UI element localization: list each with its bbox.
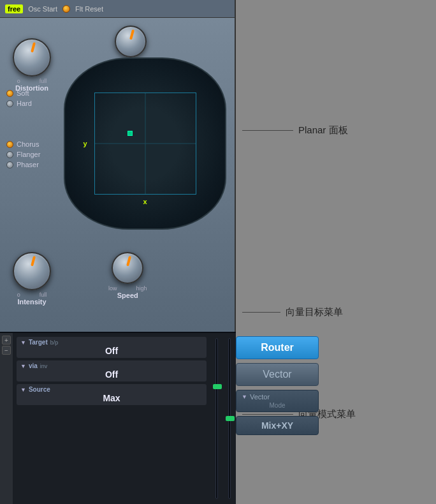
distortion-max-label: full [40, 78, 47, 84]
intensity-label: Intensity [17, 298, 46, 306]
intensity-knob-area: o full Intensity [13, 252, 51, 306]
router-button[interactable]: Router [236, 336, 319, 359]
phaser-dot [6, 161, 13, 168]
flanger-option[interactable]: Flanger [6, 151, 40, 158]
target-row: ▼ Target b/p Off [17, 337, 207, 358]
strip-left-buttons: + − [0, 333, 13, 504]
source-value[interactable]: Max [20, 393, 203, 403]
hard-dot [6, 100, 13, 107]
chorus-dot [6, 141, 13, 148]
planar-line [242, 130, 293, 131]
bottom-strip: + − ▼ Target b/p Off ▼ via inv [0, 332, 236, 504]
chorus-option[interactable]: Chorus [6, 140, 40, 148]
intensity-knob[interactable] [13, 252, 51, 290]
bp-label: b/p [50, 339, 59, 346]
flanger-label: Flanger [17, 151, 40, 158]
vert-slider-thumb[interactable] [213, 384, 222, 389]
intensity-min-label: o [17, 292, 20, 298]
speed-max-label: high [136, 285, 147, 292]
source-row: ▼ Source Max [17, 384, 207, 405]
via-label: via [29, 362, 38, 369]
phaser-option[interactable]: Phaser [6, 161, 40, 168]
target-value[interactable]: Off [20, 346, 203, 356]
vert-slider-track[interactable] [215, 338, 218, 499]
vector-target-line [242, 312, 280, 313]
soft-label: Soft [17, 89, 29, 97]
chorus-label: Chorus [17, 140, 39, 148]
distortion-options: Soft Hard [6, 89, 32, 110]
tone-knob[interactable] [115, 26, 147, 57]
soft-dot [6, 90, 13, 97]
osc-start-label: Osc Start [28, 5, 57, 13]
vector-mode-button[interactable]: ▼ Vector Mode [236, 390, 319, 412]
hard-option[interactable]: Hard [6, 100, 32, 107]
vector-target-annotation-text: 向量目标菜单 [286, 306, 343, 318]
speed-min-label: low [108, 285, 117, 292]
phaser-label: Phaser [17, 161, 39, 168]
add-button[interactable]: + [2, 336, 11, 345]
vert-slider-thumb-2[interactable] [226, 416, 235, 421]
synth-panel: free Osc Start Flt Reset o full Distorti… [0, 0, 236, 504]
free-badge[interactable]: free [5, 4, 23, 13]
via-dropdown-arrow[interactable]: ▼ [20, 363, 26, 369]
vert-slider-area [210, 333, 223, 504]
soft-option[interactable]: Soft [6, 89, 32, 97]
vector-button[interactable]: Vector [236, 363, 319, 386]
planar-y-label: y [84, 140, 87, 147]
speed-knob-area: low high Speed [108, 252, 147, 299]
source-dropdown-arrow[interactable]: ▼ [20, 387, 26, 393]
inv-label: inv [40, 363, 48, 369]
planar-cursor[interactable] [127, 131, 133, 136]
vector-target-annotation: 向量目标菜单 [242, 306, 343, 318]
target-label: Target [29, 339, 48, 346]
target-dropdown-arrow[interactable]: ▼ [20, 339, 26, 346]
planar-annotation: Planar 面板 [242, 124, 348, 137]
top-bar: free Osc Start Flt Reset [0, 0, 235, 18]
annotation-area: Planar 面板 向量目标菜单 向量模式菜单 Router Vector ▼ … [236, 0, 436, 504]
speed-label: Speed [117, 292, 138, 299]
remove-button[interactable]: − [2, 346, 11, 355]
speed-knob[interactable] [112, 252, 143, 284]
vert-slider-track-2[interactable] [228, 338, 231, 499]
vector-mode-dropdown-icon: ▼ [242, 394, 247, 400]
distortion-knob-area: o full Distortion [13, 38, 51, 92]
planar-x-label: x [143, 198, 147, 205]
vector-mode-sub-label: Mode [242, 402, 313, 409]
vector-mode-header-label: Vector [250, 393, 270, 401]
flt-reset-label: Flt Reset [75, 5, 103, 13]
planar-panel[interactable]: y x [64, 57, 226, 230]
routing-buttons: Router Vector ▼ Vector Mode Mix+XY [236, 336, 319, 435]
hard-label: Hard [17, 100, 32, 107]
flanger-dot [6, 151, 13, 158]
via-row: ▼ via inv Off [17, 360, 207, 382]
effects-options: Chorus Flanger Phaser [6, 140, 40, 171]
mix-xy-button[interactable]: Mix+XY [236, 416, 319, 435]
planar-grid[interactable]: y x [94, 93, 196, 195]
osc-start-dot[interactable] [62, 5, 70, 13]
intensity-max-label: full [40, 292, 47, 298]
planar-annotation-text: Planar 面板 [298, 124, 348, 137]
source-label: Source [29, 386, 50, 393]
strip-middle: ▼ Target b/p Off ▼ via inv Off ▼ Sou [13, 333, 210, 504]
vert-slider-area-2 [223, 333, 236, 504]
distortion-knob[interactable] [13, 38, 51, 77]
distortion-min-label: o [17, 78, 20, 84]
via-value[interactable]: Off [20, 369, 203, 380]
